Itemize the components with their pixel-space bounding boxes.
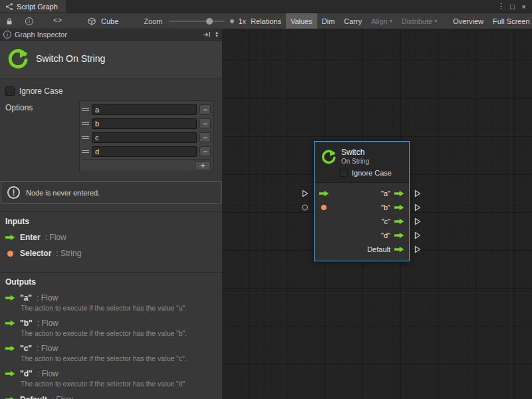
port-type: : String xyxy=(56,249,81,258)
connector-triangle-icon xyxy=(302,190,309,198)
node-title: Switch On String xyxy=(36,53,105,64)
option-input-a[interactable] xyxy=(92,104,197,115)
option-input-d[interactable] xyxy=(92,146,197,157)
node-ignore-case-checkbox[interactable] xyxy=(340,169,348,177)
remove-option-button[interactable]: − xyxy=(200,146,211,156)
port-label: Default xyxy=(367,245,390,253)
window-menu-icon[interactable]: ⋮ xyxy=(495,2,507,11)
port-type: : Flow xyxy=(37,344,58,353)
flow-arrow-icon xyxy=(5,345,15,352)
drag-handle-icon[interactable] xyxy=(82,136,89,139)
scroll-arrows-icon[interactable]: ▲ ▼ xyxy=(215,31,219,38)
options-row: Options − − − xyxy=(0,98,222,172)
flow-output-connector[interactable] xyxy=(414,245,421,253)
option-item: − xyxy=(82,130,211,144)
carry-label: Carry xyxy=(344,17,362,25)
zoom-knob[interactable] xyxy=(206,18,213,25)
scroll-down-icon: ▼ xyxy=(215,35,219,38)
main-area: i Graph Inspector ▲ ▼ Switch On String I… xyxy=(0,29,532,399)
graph-canvas[interactable]: Switch On String Ignore Case xyxy=(223,29,532,399)
target-object-label[interactable]: Cube xyxy=(101,17,118,25)
option-input-b[interactable] xyxy=(92,118,197,129)
switch-node[interactable]: Switch On String Ignore Case xyxy=(314,141,410,261)
node-port-row-c: "c" xyxy=(315,214,409,228)
output-port-a: "a" : Flow xyxy=(5,293,217,303)
flow-output-port[interactable] xyxy=(394,218,404,225)
port-name: Default xyxy=(20,395,47,399)
ignore-case-row: Ignore Case xyxy=(0,78,222,98)
output-port-b: "b" : Flow xyxy=(5,319,217,328)
flow-output-connector[interactable] xyxy=(414,217,421,225)
tab-script-graph[interactable]: Script Graph xyxy=(0,0,66,13)
values-button[interactable]: Values xyxy=(286,13,317,29)
connector-triangle-icon xyxy=(414,245,421,253)
selector-input-connector[interactable] xyxy=(302,204,308,210)
node-body: "a" "b" xyxy=(315,183,409,261)
node-title: Switch xyxy=(341,148,369,157)
window-controls: ⋮ □ × xyxy=(495,0,532,13)
flow-input-port[interactable] xyxy=(319,190,329,197)
full-screen-button[interactable]: Full Screen xyxy=(488,13,532,29)
toolbar-buttons: Relations Values Dim Carry Align▾ Distri… xyxy=(246,13,532,29)
node-subtitle: On String xyxy=(341,158,369,165)
flow-output-port[interactable] xyxy=(394,204,404,211)
remove-option-button[interactable]: − xyxy=(200,104,211,114)
graph-toolbar: i <> Cube Zoom 1x Relations Values Dim C… xyxy=(0,13,532,29)
flow-output-port[interactable] xyxy=(394,190,404,197)
zoom-slider[interactable]: 1x xyxy=(162,17,246,25)
flow-output-port[interactable] xyxy=(394,232,404,239)
zoom-label: Zoom xyxy=(144,17,162,25)
lock-icon[interactable] xyxy=(3,17,16,25)
cube-icon xyxy=(88,17,96,25)
port-name: Enter xyxy=(20,233,41,242)
flow-output-connector[interactable] xyxy=(414,203,421,211)
align-button[interactable]: Align▾ xyxy=(366,13,396,29)
option-item: − xyxy=(82,144,211,158)
dock-inspector-icon[interactable] xyxy=(203,31,211,38)
options-footer: + xyxy=(82,159,211,172)
node-title-band: Switch On String xyxy=(0,41,222,78)
add-option-button[interactable]: + xyxy=(195,161,211,170)
port-label: "c" xyxy=(382,217,390,225)
port-type: : Flow xyxy=(37,369,59,378)
target-object-icon[interactable] xyxy=(85,17,98,25)
selector-value-port[interactable] xyxy=(321,205,327,210)
relations-button[interactable]: Relations xyxy=(246,13,286,29)
close-icon[interactable]: × xyxy=(518,3,529,11)
port-description: The action to execute if the selector ha… xyxy=(21,329,217,338)
options-list: − − − − xyxy=(79,100,213,172)
overview-button[interactable]: Overview xyxy=(448,13,488,29)
info-toggle-icon[interactable]: i xyxy=(23,17,36,25)
node-header[interactable]: Switch On String Ignore Case xyxy=(315,142,409,183)
drag-handle-icon[interactable] xyxy=(82,150,89,153)
node-ignore-case-row: Ignore Case xyxy=(315,167,409,182)
port-type: : Flow xyxy=(52,395,73,399)
drag-handle-icon[interactable] xyxy=(82,122,89,125)
flow-arrow-icon xyxy=(5,396,15,399)
flow-input-connector[interactable] xyxy=(302,190,309,198)
code-view-icon[interactable]: <> xyxy=(51,17,65,25)
dim-button[interactable]: Dim xyxy=(317,13,340,29)
flow-output-port[interactable] xyxy=(394,246,404,253)
values-label: Values xyxy=(291,17,313,25)
ignore-case-checkbox[interactable] xyxy=(5,86,15,96)
distribute-button[interactable]: Distribute▾ xyxy=(397,13,442,29)
maximize-icon[interactable]: □ xyxy=(507,3,518,11)
unity-window: Script Graph ⋮ □ × i <> Cube Zoom 1x Rel… xyxy=(0,0,532,399)
relations-label: Relations xyxy=(251,17,281,25)
node-port-row-default: Default xyxy=(315,242,409,256)
inputs-heading: Inputs xyxy=(5,217,217,226)
graph-inspector-panel: i Graph Inspector ▲ ▼ Switch On String I… xyxy=(0,29,223,399)
drag-handle-icon[interactable] xyxy=(82,108,89,111)
flow-output-connector[interactable] xyxy=(414,231,421,239)
node-port-row-b: "b" xyxy=(315,200,409,214)
carry-button[interactable]: Carry xyxy=(339,13,366,29)
outputs-heading: Outputs xyxy=(5,277,217,287)
remove-option-button[interactable]: − xyxy=(200,118,211,128)
lock-icon-glyph xyxy=(5,17,13,25)
zoom-track[interactable] xyxy=(169,21,225,22)
option-input-c[interactable] xyxy=(92,132,197,143)
port-type: : Flow xyxy=(45,233,66,242)
flow-output-connector[interactable] xyxy=(414,190,421,198)
remove-option-button[interactable]: − xyxy=(200,132,211,142)
